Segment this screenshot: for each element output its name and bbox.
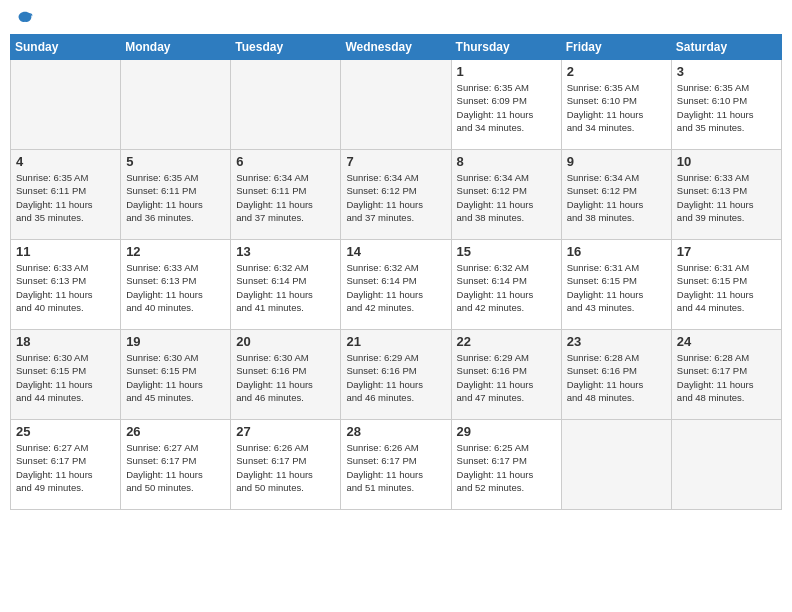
calendar-week-4: 18Sunrise: 6:30 AM Sunset: 6:15 PM Dayli… bbox=[11, 330, 782, 420]
calendar-header-thursday: Thursday bbox=[451, 35, 561, 60]
day-number: 29 bbox=[457, 424, 556, 439]
calendar-cell bbox=[121, 60, 231, 150]
calendar-cell bbox=[671, 420, 781, 510]
calendar-cell: 11Sunrise: 6:33 AM Sunset: 6:13 PM Dayli… bbox=[11, 240, 121, 330]
day-info: Sunrise: 6:33 AM Sunset: 6:13 PM Dayligh… bbox=[126, 261, 225, 314]
calendar-cell bbox=[561, 420, 671, 510]
calendar-cell: 18Sunrise: 6:30 AM Sunset: 6:15 PM Dayli… bbox=[11, 330, 121, 420]
day-info: Sunrise: 6:32 AM Sunset: 6:14 PM Dayligh… bbox=[457, 261, 556, 314]
calendar-cell: 20Sunrise: 6:30 AM Sunset: 6:16 PM Dayli… bbox=[231, 330, 341, 420]
day-info: Sunrise: 6:34 AM Sunset: 6:12 PM Dayligh… bbox=[567, 171, 666, 224]
day-number: 21 bbox=[346, 334, 445, 349]
day-info: Sunrise: 6:28 AM Sunset: 6:17 PM Dayligh… bbox=[677, 351, 776, 404]
day-number: 19 bbox=[126, 334, 225, 349]
calendar-cell: 10Sunrise: 6:33 AM Sunset: 6:13 PM Dayli… bbox=[671, 150, 781, 240]
day-info: Sunrise: 6:32 AM Sunset: 6:14 PM Dayligh… bbox=[236, 261, 335, 314]
day-number: 26 bbox=[126, 424, 225, 439]
day-info: Sunrise: 6:29 AM Sunset: 6:16 PM Dayligh… bbox=[346, 351, 445, 404]
day-number: 14 bbox=[346, 244, 445, 259]
day-info: Sunrise: 6:34 AM Sunset: 6:12 PM Dayligh… bbox=[457, 171, 556, 224]
page-header bbox=[10, 10, 782, 28]
day-number: 16 bbox=[567, 244, 666, 259]
calendar-header-wednesday: Wednesday bbox=[341, 35, 451, 60]
calendar-cell: 5Sunrise: 6:35 AM Sunset: 6:11 PM Daylig… bbox=[121, 150, 231, 240]
calendar-cell: 4Sunrise: 6:35 AM Sunset: 6:11 PM Daylig… bbox=[11, 150, 121, 240]
calendar-week-5: 25Sunrise: 6:27 AM Sunset: 6:17 PM Dayli… bbox=[11, 420, 782, 510]
day-info: Sunrise: 6:35 AM Sunset: 6:11 PM Dayligh… bbox=[126, 171, 225, 224]
day-info: Sunrise: 6:35 AM Sunset: 6:10 PM Dayligh… bbox=[677, 81, 776, 134]
calendar-cell: 28Sunrise: 6:26 AM Sunset: 6:17 PM Dayli… bbox=[341, 420, 451, 510]
calendar-header-row: SundayMondayTuesdayWednesdayThursdayFrid… bbox=[11, 35, 782, 60]
logo bbox=[14, 10, 34, 28]
day-number: 9 bbox=[567, 154, 666, 169]
day-info: Sunrise: 6:27 AM Sunset: 6:17 PM Dayligh… bbox=[16, 441, 115, 494]
calendar-cell: 3Sunrise: 6:35 AM Sunset: 6:10 PM Daylig… bbox=[671, 60, 781, 150]
day-number: 20 bbox=[236, 334, 335, 349]
calendar-cell: 24Sunrise: 6:28 AM Sunset: 6:17 PM Dayli… bbox=[671, 330, 781, 420]
calendar-cell: 23Sunrise: 6:28 AM Sunset: 6:16 PM Dayli… bbox=[561, 330, 671, 420]
calendar-cell: 7Sunrise: 6:34 AM Sunset: 6:12 PM Daylig… bbox=[341, 150, 451, 240]
day-number: 10 bbox=[677, 154, 776, 169]
day-info: Sunrise: 6:31 AM Sunset: 6:15 PM Dayligh… bbox=[567, 261, 666, 314]
calendar-body: 1Sunrise: 6:35 AM Sunset: 6:09 PM Daylig… bbox=[11, 60, 782, 510]
day-info: Sunrise: 6:27 AM Sunset: 6:17 PM Dayligh… bbox=[126, 441, 225, 494]
day-info: Sunrise: 6:28 AM Sunset: 6:16 PM Dayligh… bbox=[567, 351, 666, 404]
logo-bird-icon bbox=[16, 10, 34, 28]
calendar-cell: 12Sunrise: 6:33 AM Sunset: 6:13 PM Dayli… bbox=[121, 240, 231, 330]
day-number: 6 bbox=[236, 154, 335, 169]
day-number: 15 bbox=[457, 244, 556, 259]
calendar-cell: 2Sunrise: 6:35 AM Sunset: 6:10 PM Daylig… bbox=[561, 60, 671, 150]
day-number: 8 bbox=[457, 154, 556, 169]
day-info: Sunrise: 6:30 AM Sunset: 6:15 PM Dayligh… bbox=[16, 351, 115, 404]
calendar-cell bbox=[341, 60, 451, 150]
calendar-cell: 21Sunrise: 6:29 AM Sunset: 6:16 PM Dayli… bbox=[341, 330, 451, 420]
day-number: 22 bbox=[457, 334, 556, 349]
calendar-table: SundayMondayTuesdayWednesdayThursdayFrid… bbox=[10, 34, 782, 510]
calendar-week-3: 11Sunrise: 6:33 AM Sunset: 6:13 PM Dayli… bbox=[11, 240, 782, 330]
calendar-cell: 1Sunrise: 6:35 AM Sunset: 6:09 PM Daylig… bbox=[451, 60, 561, 150]
calendar-cell: 19Sunrise: 6:30 AM Sunset: 6:15 PM Dayli… bbox=[121, 330, 231, 420]
day-number: 3 bbox=[677, 64, 776, 79]
day-number: 28 bbox=[346, 424, 445, 439]
day-info: Sunrise: 6:33 AM Sunset: 6:13 PM Dayligh… bbox=[16, 261, 115, 314]
day-number: 27 bbox=[236, 424, 335, 439]
calendar-cell: 17Sunrise: 6:31 AM Sunset: 6:15 PM Dayli… bbox=[671, 240, 781, 330]
day-number: 23 bbox=[567, 334, 666, 349]
calendar-header-saturday: Saturday bbox=[671, 35, 781, 60]
day-number: 1 bbox=[457, 64, 556, 79]
day-info: Sunrise: 6:34 AM Sunset: 6:11 PM Dayligh… bbox=[236, 171, 335, 224]
day-info: Sunrise: 6:35 AM Sunset: 6:10 PM Dayligh… bbox=[567, 81, 666, 134]
day-info: Sunrise: 6:33 AM Sunset: 6:13 PM Dayligh… bbox=[677, 171, 776, 224]
day-info: Sunrise: 6:26 AM Sunset: 6:17 PM Dayligh… bbox=[346, 441, 445, 494]
calendar-cell: 15Sunrise: 6:32 AM Sunset: 6:14 PM Dayli… bbox=[451, 240, 561, 330]
day-number: 24 bbox=[677, 334, 776, 349]
calendar-week-1: 1Sunrise: 6:35 AM Sunset: 6:09 PM Daylig… bbox=[11, 60, 782, 150]
calendar-header-tuesday: Tuesday bbox=[231, 35, 341, 60]
day-number: 18 bbox=[16, 334, 115, 349]
calendar-cell: 9Sunrise: 6:34 AM Sunset: 6:12 PM Daylig… bbox=[561, 150, 671, 240]
calendar-cell: 13Sunrise: 6:32 AM Sunset: 6:14 PM Dayli… bbox=[231, 240, 341, 330]
calendar-header-sunday: Sunday bbox=[11, 35, 121, 60]
day-info: Sunrise: 6:35 AM Sunset: 6:09 PM Dayligh… bbox=[457, 81, 556, 134]
day-number: 4 bbox=[16, 154, 115, 169]
day-info: Sunrise: 6:30 AM Sunset: 6:16 PM Dayligh… bbox=[236, 351, 335, 404]
day-info: Sunrise: 6:29 AM Sunset: 6:16 PM Dayligh… bbox=[457, 351, 556, 404]
day-number: 25 bbox=[16, 424, 115, 439]
calendar-cell bbox=[231, 60, 341, 150]
day-number: 13 bbox=[236, 244, 335, 259]
day-info: Sunrise: 6:31 AM Sunset: 6:15 PM Dayligh… bbox=[677, 261, 776, 314]
calendar-week-2: 4Sunrise: 6:35 AM Sunset: 6:11 PM Daylig… bbox=[11, 150, 782, 240]
calendar-cell: 16Sunrise: 6:31 AM Sunset: 6:15 PM Dayli… bbox=[561, 240, 671, 330]
day-number: 2 bbox=[567, 64, 666, 79]
day-info: Sunrise: 6:35 AM Sunset: 6:11 PM Dayligh… bbox=[16, 171, 115, 224]
day-number: 7 bbox=[346, 154, 445, 169]
day-number: 5 bbox=[126, 154, 225, 169]
calendar-cell: 8Sunrise: 6:34 AM Sunset: 6:12 PM Daylig… bbox=[451, 150, 561, 240]
day-info: Sunrise: 6:32 AM Sunset: 6:14 PM Dayligh… bbox=[346, 261, 445, 314]
calendar-header-friday: Friday bbox=[561, 35, 671, 60]
day-info: Sunrise: 6:26 AM Sunset: 6:17 PM Dayligh… bbox=[236, 441, 335, 494]
calendar-cell: 6Sunrise: 6:34 AM Sunset: 6:11 PM Daylig… bbox=[231, 150, 341, 240]
day-info: Sunrise: 6:34 AM Sunset: 6:12 PM Dayligh… bbox=[346, 171, 445, 224]
calendar-cell: 29Sunrise: 6:25 AM Sunset: 6:17 PM Dayli… bbox=[451, 420, 561, 510]
day-number: 12 bbox=[126, 244, 225, 259]
